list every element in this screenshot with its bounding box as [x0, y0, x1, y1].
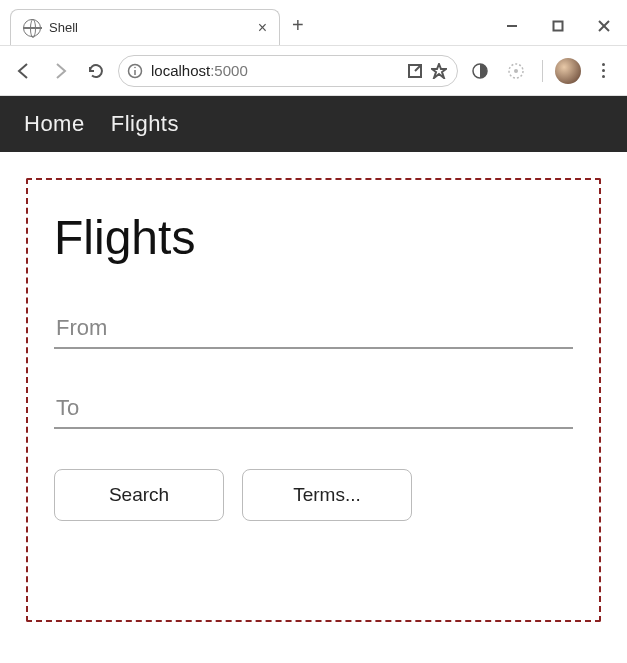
back-button[interactable] [10, 57, 38, 85]
nav-flights[interactable]: Flights [111, 111, 179, 137]
menu-button[interactable] [589, 57, 617, 85]
search-button[interactable]: Search [54, 469, 224, 521]
close-tab-icon[interactable]: × [258, 19, 267, 37]
forward-button[interactable] [46, 57, 74, 85]
page-container: Flights Search Terms... [26, 178, 601, 622]
svg-marker-9 [432, 64, 446, 78]
reload-button[interactable] [82, 57, 110, 85]
page-title: Flights [54, 210, 573, 265]
tab-title: Shell [49, 20, 250, 35]
new-tab-button[interactable]: + [292, 14, 304, 45]
from-input[interactable] [54, 309, 573, 349]
url-text: localhost:5000 [151, 62, 399, 79]
svg-rect-1 [554, 22, 563, 31]
window-maximize-button[interactable] [535, 7, 581, 45]
toolbar-divider [542, 60, 543, 82]
globe-icon [23, 19, 41, 37]
address-bar[interactable]: localhost:5000 [118, 55, 458, 87]
window-minimize-button[interactable] [489, 7, 535, 45]
open-external-icon[interactable] [407, 63, 423, 79]
nav-home[interactable]: Home [24, 111, 85, 137]
window-close-button[interactable] [581, 7, 627, 45]
browser-tab[interactable]: Shell × [10, 9, 280, 45]
to-input[interactable] [54, 389, 573, 429]
reader-icon[interactable] [466, 57, 494, 85]
extension-icon[interactable] [502, 57, 530, 85]
bookmark-star-icon[interactable] [431, 63, 447, 79]
terms-button[interactable]: Terms... [242, 469, 412, 521]
svg-point-12 [514, 69, 518, 73]
svg-point-6 [134, 66, 136, 68]
info-icon [127, 63, 143, 79]
profile-avatar[interactable] [555, 58, 581, 84]
main-nav: Home Flights [0, 96, 627, 152]
